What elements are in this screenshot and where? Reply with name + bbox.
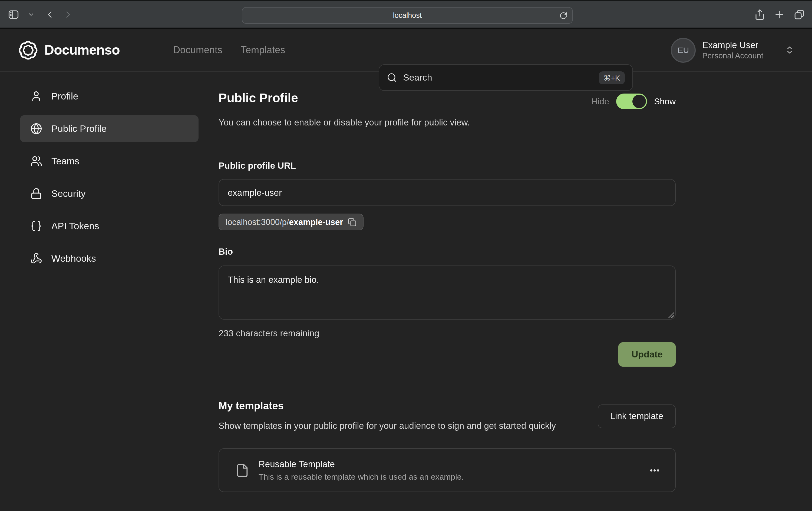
public-profile-section: Public Profile Hide Show You can choose … (219, 72, 676, 492)
global-search[interactable]: ⌘+K (379, 64, 633, 91)
search-shortcut-badge: ⌘+K (599, 71, 625, 84)
back-button[interactable] (45, 9, 55, 20)
sidebar-item-profile[interactable]: Profile (20, 83, 199, 110)
sidebar-item-teams[interactable]: Teams (20, 148, 199, 175)
update-button[interactable]: Update (618, 342, 676, 367)
lock-icon (30, 188, 42, 200)
plus-icon (774, 9, 785, 20)
share-icon (754, 9, 765, 20)
reload-icon (559, 11, 568, 20)
webhook-icon (30, 252, 42, 264)
public-url-input[interactable] (219, 179, 676, 206)
characters-remaining: 233 characters remaining (219, 327, 676, 339)
sidebar-toggle-icon (7, 8, 20, 20)
bio-field-label: Bio (219, 245, 676, 258)
chevron-left-icon (45, 9, 55, 20)
switch-knob (632, 95, 646, 108)
templates-description: Show templates in your public profile fo… (219, 419, 556, 433)
main-nav: Documents Templates (173, 44, 285, 56)
account-name: Example User (702, 39, 763, 51)
nav-documents[interactable]: Documents (173, 44, 222, 56)
reload-button[interactable] (559, 11, 568, 20)
template-meta: Reusable Template This is a reusable tem… (259, 458, 650, 482)
chevron-down-icon (28, 11, 35, 18)
visibility-toggle-group: Hide Show (591, 94, 676, 109)
public-url-chip[interactable]: localhost:3000/p/example-user (219, 214, 364, 230)
copy-icon (348, 218, 356, 226)
account-type: Personal Account (702, 51, 763, 61)
avatar: EU (671, 37, 696, 62)
show-label: Show (654, 96, 676, 106)
templates-title: My templates (219, 399, 556, 413)
address-url: localhost (393, 11, 422, 20)
browser-toolbar: localhost (0, 0, 812, 29)
globe-icon (30, 123, 42, 134)
toolbar-divider (24, 9, 24, 22)
brand-name: Documenso (45, 42, 120, 58)
brand-logo[interactable]: Documenso (18, 40, 120, 60)
copy-url-button[interactable] (348, 218, 356, 226)
search-input[interactable] (403, 72, 592, 83)
tabs-icon (793, 9, 805, 20)
share-button[interactable] (754, 9, 765, 20)
chevrons-up-down-icon (785, 46, 794, 55)
url-chip-text: localhost:3000/p/example-user (226, 217, 343, 227)
address-bar[interactable]: localhost (242, 7, 573, 24)
page-description: You can choose to enable or disable your… (219, 116, 676, 129)
url-field-label: Public profile URL (219, 159, 676, 172)
account-menu[interactable]: EU Example User Personal Account (671, 37, 794, 62)
template-menu-button[interactable]: ••• (650, 465, 660, 475)
url-prefix: localhost:3000/p/ (226, 217, 289, 226)
settings-sidebar: Profile Public Profile Teams Securit (20, 72, 199, 277)
user-icon (30, 90, 42, 102)
section-divider (219, 142, 676, 142)
sidebar-toggle-button[interactable] (7, 8, 20, 20)
url-slug: example-user (289, 217, 343, 226)
account-info: Example User Personal Account (702, 39, 763, 61)
settings-page: Profile Public Profile Teams Securit (0, 72, 812, 492)
braces-icon (30, 220, 42, 232)
sidebar-item-webhooks[interactable]: Webhooks (20, 245, 199, 272)
page-title: Public Profile (219, 90, 298, 106)
search-icon (387, 72, 397, 83)
hide-label: Hide (591, 96, 609, 106)
template-title: Reusable Template (259, 458, 650, 471)
file-icon (235, 463, 250, 477)
forward-button[interactable] (63, 9, 74, 20)
app-header: Documenso Documents Templates ⌘+K EU Exa… (0, 29, 812, 72)
users-icon (30, 155, 42, 167)
template-description: This is a reusable template which is use… (259, 471, 650, 482)
profile-visibility-switch[interactable] (616, 94, 647, 109)
nav-templates[interactable]: Templates (241, 44, 285, 56)
chevron-right-icon (63, 9, 74, 20)
tab-overview-button[interactable] (793, 9, 805, 20)
avatar-initials: EU (677, 46, 689, 55)
sidebar-item-public-profile[interactable]: Public Profile (20, 115, 199, 142)
template-card[interactable]: Reusable Template This is a reusable tem… (219, 448, 676, 492)
bio-textarea[interactable]: This is an example bio. (219, 266, 676, 320)
sidebar-item-api-tokens[interactable]: API Tokens (20, 212, 199, 240)
link-template-button[interactable]: Link template (598, 404, 676, 428)
safari-window: localhost (0, 0, 812, 511)
templates-header: My templates Show templates in your publ… (219, 399, 556, 433)
documenso-logo-icon (18, 40, 38, 60)
sidebar-item-security[interactable]: Security (20, 180, 199, 207)
new-tab-button[interactable] (774, 9, 785, 20)
tab-group-chevron-button[interactable] (28, 11, 35, 18)
